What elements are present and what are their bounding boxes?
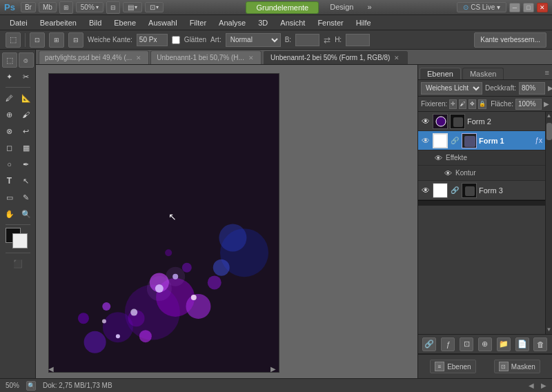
opacity-arrow-btn[interactable]: ▶	[548, 84, 552, 92]
opacity-input[interactable]	[519, 82, 545, 95]
scrollbar-thumb[interactable]	[546, 123, 552, 140]
notes-tool[interactable]: ✎	[19, 190, 34, 205]
screen-mode-btn[interactable]: ⬛	[10, 256, 26, 271]
workspace-design-btn[interactable]: Design	[323, 1, 360, 14]
status-zoom-icon[interactable]: 🔍	[26, 381, 36, 391]
workspace-more-btn[interactable]: »	[364, 1, 374, 14]
adjustment-layer-btn[interactable]: ⊕	[478, 337, 492, 351]
layers-scrollbar[interactable]: ▲ ▼	[545, 112, 552, 334]
menu-bild[interactable]: Bild	[83, 17, 107, 28]
crop-tool[interactable]: ✂	[19, 69, 34, 84]
panel-tab-ebenen-outer[interactable]: Ebenen	[420, 68, 461, 79]
tab-partylights[interactable]: partylights.psd bei 49,4% (... ✕	[39, 50, 149, 64]
zoom-display[interactable]: 50%▾	[76, 2, 103, 12]
extra-mode-btn[interactable]: ▤ ▾	[123, 2, 142, 12]
gradient-tool[interactable]: ▦	[19, 140, 34, 155]
menu-hilfe[interactable]: Hilfe	[351, 17, 377, 28]
zoom-tool[interactable]: 🔍	[19, 206, 34, 222]
fx-btn[interactable]: ƒ	[441, 337, 455, 351]
pen-tool[interactable]: ✒	[19, 157, 34, 172]
menu-datei[interactable]: Datei	[4, 17, 33, 28]
scroll-right-btn[interactable]: ▶	[541, 382, 546, 389]
glatten-checkbox[interactable]	[172, 36, 180, 44]
menu-ansicht[interactable]: Ansicht	[275, 17, 310, 28]
spot-heal-tool[interactable]: ⊕	[2, 107, 17, 122]
layer-kontur[interactable]: 👁 Kontur	[418, 166, 545, 181]
selection-rect-btn[interactable]: ⊡	[30, 32, 45, 48]
eyedropper-tool[interactable]: 🖉	[2, 90, 17, 106]
text-tool[interactable]: T	[2, 173, 17, 188]
canvas-container[interactable]: ↖ ◀ ▶	[36, 65, 417, 378]
kante-verbessern-btn[interactable]: Kante verbessern...	[474, 32, 546, 48]
minimize-btn[interactable]: ─	[509, 3, 520, 12]
mini-ebenen-btn[interactable]: ≡ Ebenen	[430, 360, 475, 373]
menu-bearbeiten[interactable]: Bearbeiten	[34, 17, 82, 28]
fix-all-btn[interactable]: 🔒	[478, 99, 486, 109]
menu-ebene[interactable]: Ebene	[108, 17, 141, 28]
layer-form1[interactable]: 👁 🔗 Form 1 ƒx	[418, 131, 545, 150]
swap-icon[interactable]: ⇄	[324, 35, 331, 45]
cs-live-btn[interactable]: ⊙CS Live ▾	[457, 2, 506, 12]
minibrige-btn[interactable]: Mb	[39, 2, 57, 12]
layer-form1-eye[interactable]: 👁	[421, 136, 431, 146]
b-input[interactable]	[295, 34, 319, 46]
selection-sub-btn[interactable]: ⊟	[68, 32, 83, 48]
tab-unbenannt1-close[interactable]: ✕	[247, 55, 255, 61]
bridge-btn[interactable]: Br	[21, 2, 36, 12]
brush-tool[interactable]: 🖌	[19, 107, 34, 122]
marquee-tool[interactable]: ⬚	[2, 52, 17, 68]
layer-form2[interactable]: 👁 Form 2	[418, 112, 545, 131]
scroll-left-btn[interactable]: ◀	[529, 382, 534, 389]
blend-mode-select[interactable]: Weiches Licht Normal Multiplizieren	[421, 82, 482, 95]
tab-unbenannt2-close[interactable]: ✕	[393, 55, 401, 61]
menu-analyse[interactable]: Analyse	[213, 17, 251, 28]
tab-partylights-close[interactable]: ✕	[135, 55, 143, 61]
mini-masken-btn[interactable]: ⊡ Masken	[494, 360, 540, 373]
hand-tool[interactable]: ✋	[2, 206, 17, 222]
menu-filter[interactable]: Filter	[184, 17, 212, 28]
panel-menu-btn[interactable]: ≡	[545, 68, 549, 77]
weiche-kante-input[interactable]	[137, 34, 168, 46]
fix-move-btn[interactable]: ✥	[469, 99, 476, 109]
art-select[interactable]: Normal Fixiert Seitenverhältnis	[226, 33, 281, 47]
status-zoom[interactable]: 50%	[6, 382, 19, 389]
color-chips[interactable]	[6, 228, 30, 250]
clone-tool[interactable]: ⊗	[2, 124, 17, 139]
new-layer-btn[interactable]: 📄	[515, 337, 529, 351]
ruler-tool[interactable]: 📐	[19, 90, 34, 106]
add-mask-btn[interactable]: ⊡	[460, 337, 473, 351]
workspace-grundelemente-btn[interactable]: Grundelemente	[246, 1, 319, 14]
h-input[interactable]	[346, 34, 370, 46]
fill-arrow-btn[interactable]: ▶	[544, 100, 549, 108]
layer-form3[interactable]: 👁 🔗 Form 3	[418, 181, 545, 200]
history-tool[interactable]: ↩	[19, 124, 34, 139]
selection-mode-btn[interactable]: ⬚	[6, 32, 21, 48]
menu-auswahl[interactable]: Auswahl	[143, 17, 183, 28]
eraser-tool[interactable]: ◻	[2, 140, 17, 155]
shape-tool[interactable]: ▭	[2, 190, 17, 205]
canvas-mode-btn[interactable]: ⊟	[106, 1, 120, 14]
new-group-btn[interactable]: 📁	[497, 337, 511, 351]
tab-unbenannt2[interactable]: Unbenannt-2 bei 50% (Form 1, RGB/8) ✕	[263, 50, 408, 64]
fix-brush-btn[interactable]: 🖌	[459, 99, 466, 109]
close-btn[interactable]: ✕	[537, 3, 548, 12]
fix-pos-btn[interactable]: ✛	[449, 99, 457, 109]
path-select-tool[interactable]: ↖	[19, 173, 34, 188]
dodge-tool[interactable]: ○	[2, 157, 17, 172]
link-layers-btn[interactable]: 🔗	[422, 337, 436, 351]
delete-layer-btn[interactable]: 🗑	[533, 337, 547, 351]
fill-input[interactable]	[515, 99, 542, 110]
lasso-tool[interactable]: ⌾	[19, 52, 34, 68]
layer-effekte-eye[interactable]: 👁	[433, 153, 443, 163]
layer-form2-eye[interactable]: 👁	[421, 117, 431, 126]
quick-select-tool[interactable]: ✦	[2, 69, 17, 84]
menu-fenster[interactable]: Fenster	[312, 17, 348, 28]
layer-form3-eye[interactable]: 👁	[421, 186, 431, 195]
layer-effekte[interactable]: 👁 Effekte	[418, 150, 545, 166]
view-btn[interactable]: ⊡ ▾	[145, 2, 164, 12]
menu-3d[interactable]: 3D	[253, 17, 273, 28]
panel-tab-masken-outer[interactable]: Masken	[462, 68, 504, 79]
maximize-btn[interactable]: □	[523, 3, 534, 12]
tab-unbenannt1[interactable]: Unbenannt-1 bei 50,7% (H... ✕	[150, 50, 262, 64]
selection-add-btn[interactable]: ⊞	[49, 32, 64, 48]
